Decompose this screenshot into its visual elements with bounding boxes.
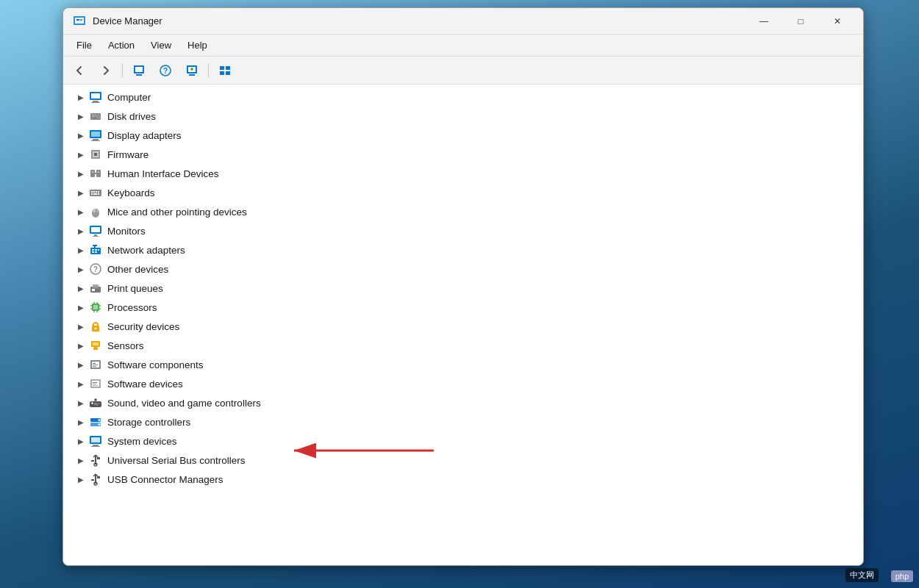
svg-rect-36 xyxy=(94,173,97,174)
maximize-button[interactable]: □ xyxy=(784,10,818,33)
tree-item-storage-controllers[interactable]: ▶ Storage controllers xyxy=(63,412,863,431)
icon-usb-connector xyxy=(88,472,103,487)
chevron-network-adapters: ▶ xyxy=(75,244,87,256)
label-monitors: Monitors xyxy=(107,226,146,237)
tree-item-sensors[interactable]: ▶ Sensors xyxy=(63,336,863,355)
chevron-hid: ▶ xyxy=(75,168,87,179)
label-firmware: Firmware xyxy=(107,149,149,160)
chevron-software-components: ▶ xyxy=(75,359,87,370)
back-button[interactable] xyxy=(68,60,91,81)
icon-firmware xyxy=(88,147,103,162)
close-button[interactable]: ✕ xyxy=(820,10,854,33)
chevron-firmware: ▶ xyxy=(75,148,87,160)
chevron-usb-controllers: ▶ xyxy=(75,454,87,466)
label-other-devices: Other devices xyxy=(107,264,168,275)
menu-action[interactable]: Action xyxy=(101,37,142,54)
device-tree[interactable]: ▶ Computer ▶ Disk drives ▶ Di xyxy=(63,85,863,565)
svg-rect-118 xyxy=(91,479,94,481)
toolbar: ? xyxy=(63,57,863,85)
svg-rect-112 xyxy=(91,460,94,462)
tree-item-firmware[interactable]: ▶ Firmware xyxy=(63,145,863,164)
icon-usb-controllers xyxy=(88,453,103,467)
label-software-devices: Software devices xyxy=(107,379,183,390)
svg-rect-19 xyxy=(93,101,99,102)
tree-item-usb-controllers[interactable]: ▶ Universal Serial Bus controllers xyxy=(63,451,863,470)
svg-rect-108 xyxy=(93,445,99,446)
svg-rect-20 xyxy=(91,102,100,103)
view-button[interactable] xyxy=(213,60,237,81)
chevron-storage-controllers: ▶ xyxy=(75,416,87,428)
svg-rect-39 xyxy=(93,191,95,193)
title-bar: Device Manager — □ ✕ xyxy=(63,8,863,35)
svg-rect-55 xyxy=(95,249,97,251)
cn-badge: 中文网 xyxy=(845,568,879,582)
svg-rect-47 xyxy=(96,209,98,212)
label-keyboards: Keyboards xyxy=(107,187,155,198)
label-software-components: Software components xyxy=(107,359,204,370)
tree-item-sound-video-game[interactable]: ▶ Sound, video and game controllers xyxy=(63,393,863,412)
tree-item-system-devices[interactable]: ▶ System devices xyxy=(63,431,863,451)
help-button[interactable]: ? xyxy=(154,60,177,81)
svg-rect-24 xyxy=(92,116,95,117)
icon-computer xyxy=(88,90,103,104)
label-sound-video-game: Sound, video and game controllers xyxy=(107,398,261,409)
svg-rect-16 xyxy=(226,71,230,75)
tree-item-computer[interactable]: ▶ Computer xyxy=(63,87,863,107)
svg-rect-51 xyxy=(94,234,97,236)
minimize-button[interactable]: — xyxy=(747,10,781,33)
svg-rect-54 xyxy=(92,249,94,251)
label-security-devices: Security devices xyxy=(107,321,179,332)
label-network-adapters: Network adapters xyxy=(107,245,185,256)
svg-rect-38 xyxy=(91,191,93,193)
chevron-mice: ▶ xyxy=(75,206,87,218)
window-controls: — □ ✕ xyxy=(747,10,854,33)
svg-rect-52 xyxy=(93,236,99,237)
svg-rect-37 xyxy=(90,190,101,196)
tree-item-display-adapters[interactable]: ▶ Display adapters xyxy=(63,126,863,145)
menu-file[interactable]: File xyxy=(69,37,99,54)
chevron-sound-video-game: ▶ xyxy=(75,397,87,409)
svg-rect-53 xyxy=(90,248,101,254)
chevron-processors: ▶ xyxy=(75,301,87,313)
tree-item-mice[interactable]: ▶ Mice and other pointing devices xyxy=(63,202,863,221)
svg-point-11 xyxy=(190,68,193,71)
svg-rect-56 xyxy=(98,249,99,251)
label-system-devices: System devices xyxy=(107,436,177,447)
scan-button[interactable] xyxy=(180,60,204,81)
tree-item-usb-connector[interactable]: ▶ USB Connector Managers xyxy=(63,470,863,489)
properties-button[interactable] xyxy=(127,60,151,81)
svg-rect-111 xyxy=(97,457,100,459)
toolbar-separator-1 xyxy=(122,63,123,78)
label-computer: Computer xyxy=(107,92,151,103)
icon-network-adapters xyxy=(88,243,103,257)
tree-item-monitors[interactable]: ▶ Monitors xyxy=(63,221,863,240)
tree-item-processors[interactable]: ▶ Processors xyxy=(63,298,863,317)
label-print-queues: Print queues xyxy=(107,283,163,294)
tree-item-other-devices[interactable]: ▶ ? Other devices xyxy=(63,259,863,279)
svg-rect-42 xyxy=(91,193,93,195)
tree-item-software-components[interactable]: ▶ Software components xyxy=(63,355,863,374)
label-storage-controllers: Storage controllers xyxy=(107,417,190,428)
tree-item-hid[interactable]: ▶ Human Interface Devices xyxy=(63,164,863,183)
tree-item-software-devices[interactable]: ▶ Software devices xyxy=(63,374,863,393)
icon-sensors xyxy=(88,338,103,353)
content-area: ▶ Computer ▶ Disk drives ▶ Di xyxy=(63,85,863,565)
tree-item-disk-drives[interactable]: ▶ Disk drives xyxy=(63,107,863,126)
label-sensors: Sensors xyxy=(107,340,144,351)
forward-button[interactable] xyxy=(94,60,118,81)
svg-rect-86 xyxy=(93,363,96,364)
chevron-computer: ▶ xyxy=(75,91,87,103)
svg-text:?: ? xyxy=(163,67,168,75)
chevron-print-queues: ▶ xyxy=(75,282,87,294)
tree-item-network-adapters[interactable]: ▶ Network adapters xyxy=(63,240,863,259)
tree-item-security-devices[interactable]: ▶ Security devices xyxy=(63,317,863,336)
menu-view[interactable]: View xyxy=(143,37,179,54)
svg-rect-107 xyxy=(91,437,100,442)
chevron-keyboards: ▶ xyxy=(75,187,87,198)
device-manager-window: Device Manager — □ ✕ File Action View He… xyxy=(62,7,864,566)
icon-hid xyxy=(88,166,103,181)
tree-item-print-queues[interactable]: ▶ Print queues xyxy=(63,279,863,298)
menu-help[interactable]: Help xyxy=(180,37,215,54)
label-hid: Human Interface Devices xyxy=(107,168,219,179)
tree-item-keyboards[interactable]: ▶ Keyboards xyxy=(63,183,863,202)
